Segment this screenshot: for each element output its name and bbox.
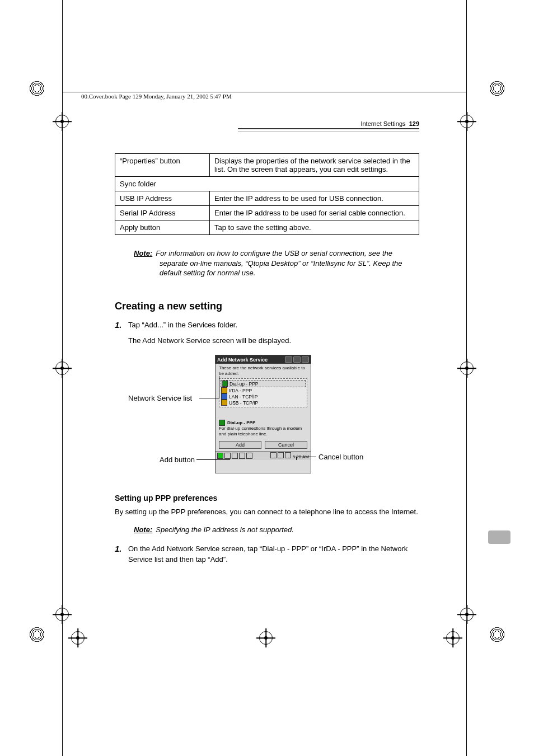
step-number: 1. — [115, 544, 123, 553]
section-name: Internet Settings — [360, 120, 405, 127]
note-label: Note: — [134, 525, 152, 534]
crop-guide — [466, 0, 467, 756]
step-text: Tap “Add...” in the Services folder. — [128, 320, 237, 331]
battery-icon — [285, 452, 291, 458]
close-icon — [293, 356, 301, 363]
service-icon — [219, 420, 225, 426]
note-block: Note:For information on how to configure… — [134, 248, 419, 278]
callout-line — [219, 376, 219, 398]
crop-guide — [63, 92, 466, 92]
callout-line — [199, 398, 219, 398]
settings-table: “Properties” button Displays the propert… — [115, 153, 419, 235]
printer-mark-icon — [29, 627, 45, 642]
page-content: Internet Settings 129 “Properties” butto… — [115, 120, 419, 565]
cell-label: USB IP Address — [115, 191, 210, 206]
list-item-label: Dial-up - PPP — [229, 381, 259, 387]
cell-label: Sync folder — [115, 177, 419, 191]
list-item-label: LAN - TCP/IP — [229, 394, 257, 400]
callout-add-button: Add button — [160, 456, 195, 464]
taskbar-icon — [232, 453, 238, 459]
list-item: LAN - TCP/IP — [221, 393, 306, 400]
registration-mark-icon — [460, 608, 474, 621]
list-item-label: USB - TCP/IP — [229, 400, 258, 406]
help-icon — [285, 356, 292, 363]
device-screenshot: Add Network Service These are the networ… — [215, 355, 311, 473]
cell-label: Apply button — [115, 220, 210, 235]
step-number: 1. — [115, 320, 123, 330]
dialog-description: These are the network services available… — [216, 364, 311, 378]
registration-mark-icon — [460, 361, 474, 375]
page-number: 129 — [409, 120, 419, 127]
registration-mark-icon — [259, 631, 273, 645]
add-button: Add — [219, 441, 261, 449]
note-label: Note: — [134, 249, 152, 257]
header-rule — [238, 128, 419, 132]
network-service-list: Dial-up - PPP IrDA - PPP LAN - TCP/IP US… — [219, 378, 307, 407]
step-1b: 1. On the Add Network Service screen, ta… — [115, 544, 419, 565]
service-icon — [221, 393, 227, 400]
subsection-heading: Setting up PPP preferences — [115, 494, 419, 503]
printer-mark-icon — [489, 81, 505, 96]
cell-desc: Enter the IP address to be used for USB … — [210, 191, 419, 206]
cancel-button: Cancel — [265, 441, 307, 449]
paragraph: By setting up the PPP preferences, you c… — [115, 507, 419, 517]
registration-mark-icon — [460, 115, 474, 128]
cell-label: Serial IP Address — [115, 206, 210, 220]
callout-line — [296, 457, 316, 457]
source-file-path: 00.Cover.book Page 129 Monday, January 2… — [81, 93, 232, 100]
cell-desc: Displays the properties of the network s… — [210, 154, 419, 177]
table-row: Apply button Tap to save the setting abo… — [115, 220, 419, 235]
registration-mark-icon — [446, 631, 460, 645]
callout-line — [196, 459, 230, 460]
list-item: IrDA - PPP — [221, 387, 306, 393]
window-titlebar: Add Network Service — [216, 355, 311, 364]
window-title: Add Network Service — [217, 357, 268, 363]
step-subtext: The Add Network Service screen will be d… — [128, 336, 419, 346]
selected-title: Dial-up - PPP — [227, 420, 255, 426]
note-block: Note:Specifying the IP address is not su… — [134, 525, 419, 535]
taskbar-icon — [224, 453, 231, 459]
table-row: Serial IP Address Enter the IP address t… — [115, 206, 419, 220]
step-text: On the Add Network Service screen, tap “… — [128, 544, 419, 565]
note-text: For information on how to configure the … — [156, 249, 402, 277]
cell-label: “Properties” button — [115, 154, 210, 177]
selected-desc: For dial-up connections through a modem … — [219, 426, 307, 436]
taskbar-icon — [239, 453, 245, 459]
note-text: Specifying the IP address is not support… — [156, 525, 294, 534]
list-item: Dial-up - PPP — [221, 380, 306, 387]
cell-desc: Enter the IP address to be used for seri… — [210, 206, 419, 220]
start-icon — [217, 453, 223, 459]
thumb-tab — [488, 530, 510, 544]
table-row: “Properties” button Displays the propert… — [115, 154, 419, 177]
window-controls — [285, 356, 309, 363]
service-icon — [222, 381, 228, 387]
selection-info: Dial-up - PPP For dial-up connections th… — [219, 420, 307, 436]
callout-cancel-button: Cancel button — [318, 453, 363, 461]
dialog-button-row: Add Cancel — [216, 440, 311, 451]
step-1: 1. Tap “Add...” in the Services folder. — [115, 320, 419, 331]
tray-icon — [270, 452, 277, 458]
figure-add-network-service: Add Network Service These are the networ… — [128, 355, 419, 478]
printer-mark-icon — [489, 627, 505, 642]
crop-guide — [62, 0, 63, 756]
callout-line — [296, 457, 297, 460]
list-item: USB - TCP/IP — [221, 400, 306, 406]
print-page: 00.Cover.book Page 129 Monday, January 2… — [0, 0, 534, 756]
ok-icon — [302, 356, 309, 363]
list-item-label: IrDA - PPP — [229, 388, 252, 393]
cell-desc: Tap to save the setting above. — [210, 220, 419, 235]
table-row: Sync folder — [115, 177, 419, 191]
registration-mark-icon — [71, 631, 85, 645]
running-header: Internet Settings 129 — [115, 120, 419, 127]
taskbar-icon — [246, 453, 252, 459]
section-heading: Creating a new setting — [115, 300, 419, 312]
callout-service-list: Network Service list — [128, 394, 192, 402]
service-icon — [221, 387, 227, 393]
service-icon — [221, 400, 227, 406]
table-row: USB IP Address Enter the IP address to b… — [115, 191, 419, 206]
tray-icon — [278, 452, 284, 458]
printer-mark-icon — [29, 81, 45, 96]
